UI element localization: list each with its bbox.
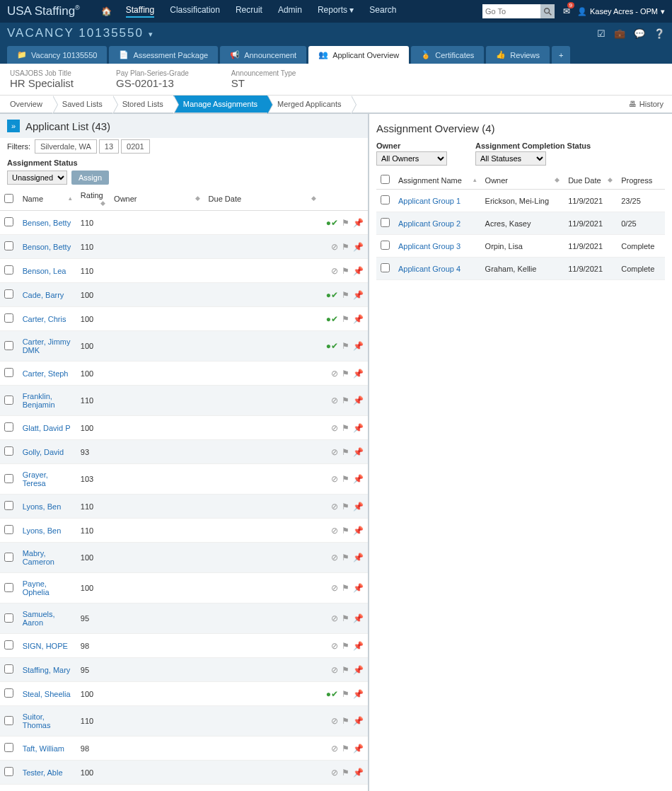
nav-staffing[interactable]: Staffing	[126, 5, 154, 18]
applicant-name-link[interactable]: Lyons, Ben	[23, 502, 62, 511]
applicant-name-link[interactable]: Golly, David	[23, 448, 64, 456]
nav-admin[interactable]: Admin	[278, 5, 302, 18]
flag-icon[interactable]: ⚑	[342, 447, 349, 457]
flag-icon[interactable]: ⚑	[342, 341, 349, 351]
row-checkbox[interactable]	[4, 241, 13, 250]
row-checkbox[interactable]	[4, 422, 13, 432]
search-icon[interactable]	[540, 4, 555, 18]
row-checkbox[interactable]	[381, 241, 390, 250]
flag-icon[interactable]: ⚑	[342, 553, 349, 562]
col-assignment-due[interactable]: Due Date	[568, 176, 601, 185]
row-checkbox[interactable]	[4, 313, 13, 323]
tab-applicant-overview[interactable]: 👥Applicant Overview	[308, 46, 409, 64]
col-owner[interactable]: Owner	[114, 195, 137, 203]
briefcase-icon[interactable]: 💼	[614, 28, 625, 39]
row-checkbox[interactable]	[4, 474, 13, 483]
owner-select[interactable]: All Owners	[376, 151, 447, 166]
pin-icon[interactable]: 📌	[353, 266, 364, 276]
tab-announcement[interactable]: 📢Announcement	[220, 46, 306, 64]
flag-icon[interactable]: ⚑	[342, 474, 349, 484]
pin-icon[interactable]: 📌	[353, 768, 364, 778]
assign-button[interactable]: Assign	[71, 171, 109, 185]
assignment-name-link[interactable]: Applicant Group 1	[398, 197, 460, 205]
row-checkbox[interactable]	[4, 664, 13, 674]
pin-icon[interactable]: 📌	[353, 553, 364, 562]
row-checkbox[interactable]	[4, 265, 13, 275]
row-checkbox[interactable]	[4, 767, 13, 776]
collapse-icon[interactable]: »	[7, 120, 20, 132]
flag-icon[interactable]: ⚑	[342, 290, 349, 300]
pin-icon[interactable]: 📌	[353, 423, 364, 433]
flag-icon[interactable]: ⚑	[342, 665, 349, 675]
pin-icon[interactable]: 📌	[353, 474, 364, 484]
select-all-checkbox[interactable]	[4, 194, 13, 203]
assignment-status-select[interactable]: Unassigned	[7, 171, 67, 185]
flag-icon[interactable]: ⚑	[342, 768, 349, 778]
applicant-name-link[interactable]: Franklin, Benjamin	[23, 392, 55, 409]
assignment-name-link[interactable]: Applicant Group 3	[398, 242, 460, 250]
flag-icon[interactable]: ⚑	[342, 369, 349, 379]
flag-icon[interactable]: ⚑	[342, 502, 349, 512]
flag-icon[interactable]: ⚑	[342, 242, 349, 252]
check-icon[interactable]: ☑	[597, 28, 606, 39]
flag-icon[interactable]: ⚑	[342, 641, 349, 651]
applicant-name-link[interactable]: Samuels, Aaron	[23, 610, 55, 627]
history-button[interactable]: 🖶 History	[620, 96, 672, 112]
user-menu[interactable]: 👤 Kasey Acres - OPM ▾	[577, 7, 665, 16]
flag-icon[interactable]: ⚑	[342, 583, 349, 593]
flag-icon[interactable]: ⚑	[342, 218, 349, 228]
col-rating[interactable]: Rating	[81, 191, 103, 200]
pin-icon[interactable]: 📌	[353, 689, 364, 699]
applicant-name-link[interactable]: Cade, Barry	[23, 291, 64, 299]
flag-icon[interactable]: ⚑	[342, 526, 349, 536]
applicant-name-link[interactable]: Suitor, Thomas	[23, 712, 51, 729]
applicant-name-link[interactable]: Benson, Betty	[23, 243, 71, 251]
col-progress[interactable]: Progress	[621, 176, 652, 185]
pin-icon[interactable]: 📌	[353, 716, 364, 726]
flag-icon[interactable]: ⚑	[342, 266, 349, 276]
mail-icon[interactable]: ✉9	[563, 6, 570, 16]
completion-status-select[interactable]: All Statuses	[475, 151, 546, 166]
tab-reviews[interactable]: 👍Reviews	[486, 46, 550, 64]
pin-icon[interactable]: 📌	[353, 290, 364, 300]
flag-icon[interactable]: ⚑	[342, 613, 349, 623]
help-icon[interactable]: ❔	[654, 28, 665, 39]
row-checkbox[interactable]	[4, 583, 13, 592]
flag-icon[interactable]: ⚑	[342, 744, 349, 754]
applicant-name-link[interactable]: Bensen, Betty	[23, 219, 71, 227]
select-all-assignments-checkbox[interactable]	[381, 175, 390, 184]
pin-icon[interactable]: 📌	[353, 526, 364, 536]
comment-icon[interactable]: 💬	[634, 28, 645, 39]
applicant-name-link[interactable]: Carter, Jimmy DMK	[23, 337, 71, 354]
applicant-name-link[interactable]: Tester, Able	[23, 768, 63, 777]
applicant-name-link[interactable]: Grayer, Teresa	[23, 470, 48, 487]
pin-icon[interactable]: 📌	[353, 369, 364, 379]
nav-reports[interactable]: Reports ▾	[318, 5, 354, 18]
col-due[interactable]: Due Date	[209, 195, 241, 203]
subtab-manage-assignments[interactable]: Manage Assignments	[173, 96, 267, 112]
pin-icon[interactable]: 📌	[353, 314, 364, 324]
pin-icon[interactable]: 📌	[353, 613, 364, 623]
tab-assessment-package[interactable]: 📄Assessment Package	[109, 46, 218, 64]
pin-icon[interactable]: 📌	[353, 744, 364, 754]
pin-icon[interactable]: 📌	[353, 447, 364, 457]
tab-vacancy-10135550[interactable]: 📁Vacancy 10135550	[7, 46, 107, 64]
row-checkbox[interactable]	[381, 195, 390, 204]
col-name[interactable]: Name	[23, 195, 43, 203]
nav-search[interactable]: Search	[369, 5, 396, 18]
applicant-name-link[interactable]: Staffing, Mary	[23, 666, 71, 674]
tab-certificates[interactable]: 🏅Certificates	[411, 46, 484, 64]
nav-classification[interactable]: Classification	[170, 5, 220, 18]
flag-icon[interactable]: ⚑	[342, 716, 349, 726]
row-checkbox[interactable]	[4, 640, 13, 649]
row-checkbox[interactable]	[4, 716, 13, 725]
pin-icon[interactable]: 📌	[353, 396, 364, 405]
applicant-name-link[interactable]: Carter, Chris	[23, 315, 66, 323]
subtab-merged-applicants[interactable]: Merged Applicants	[267, 96, 352, 112]
pin-icon[interactable]: 📌	[353, 665, 364, 675]
pin-icon[interactable]: 📌	[353, 242, 364, 252]
col-assignment-name[interactable]: Assignment Name	[398, 176, 462, 185]
goto-input[interactable]	[482, 4, 540, 18]
row-checkbox[interactable]	[4, 341, 13, 350]
flag-icon[interactable]: ⚑	[342, 423, 349, 433]
